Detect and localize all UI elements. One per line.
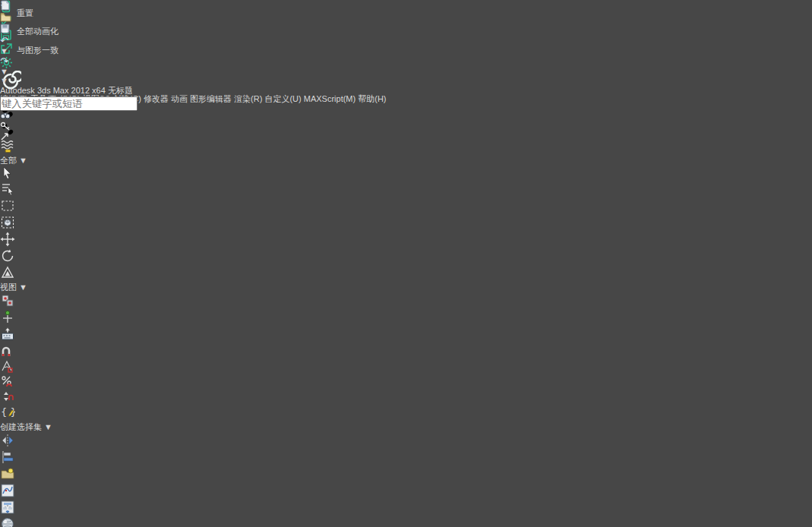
select-and-move-button[interactable] [0, 232, 812, 248]
dropdown-arrow-icon[interactable]: ▼ [44, 422, 52, 431]
subscription-key-icon[interactable] [0, 121, 812, 132]
dropdown-arrow-icon[interactable]: ▼ [19, 282, 27, 292]
redo-dropdown-caret[interactable]: ▼ [0, 67, 812, 76]
layer-manager-button[interactable] [0, 466, 812, 483]
dropdown-arrow-icon[interactable]: ▼ [19, 156, 27, 165]
app-title: Autodesk 3ds Max 2012 x64 [0, 86, 106, 95]
app-window: { "titlebar": { "app_title": "Autodesk 3… [0, 0, 812, 527]
angle-snap-toggle-button[interactable] [0, 359, 812, 374]
title-bar: ↶ ▼ ↷ ▼ ▼ Autodesk 3ds Max 2012 x64 无标题 [0, 0, 812, 14]
undo-dropdown-caret[interactable]: ▼ [0, 46, 812, 55]
mirror-button[interactable] [0, 433, 812, 450]
material-editor-button[interactable] [0, 516, 812, 527]
animate-all-button[interactable]: 全部动画化 [17, 26, 88, 38]
spinner-snap-toggle-button[interactable] [0, 390, 812, 405]
keyboard-shortcut-override-toggle[interactable] [0, 327, 812, 343]
align-button[interactable] [0, 450, 812, 466]
document-title: 无标题 [108, 86, 133, 95]
select-and-rotate-button[interactable] [0, 248, 812, 265]
select-object-button[interactable] [0, 166, 812, 181]
select-and-scale-button[interactable] [0, 265, 812, 282]
quick-access-toolbar: ↶ ▼ ↷ ▼ ▼ [0, 0, 812, 85]
redo-button[interactable]: ↷ [0, 55, 812, 67]
use-pivot-point-button[interactable] [0, 293, 812, 310]
communication-center-icon[interactable] [0, 132, 812, 143]
edit-named-selection-sets-button[interactable]: { } [0, 405, 812, 421]
search-input[interactable] [0, 96, 137, 111]
infocenter-icons [0, 111, 812, 143]
schematic-view-button[interactable] [0, 500, 812, 516]
infocenter-search[interactable] [0, 96, 812, 111]
search-binoculars-icon[interactable] [0, 111, 812, 121]
snaps-toggle-button[interactable]: 3 [0, 343, 812, 359]
open-file-button[interactable] [0, 12, 812, 24]
save-file-button[interactable] [0, 24, 812, 35]
select-by-name-button[interactable] [0, 181, 812, 198]
undo-icon: ↶ [0, 35, 8, 46]
rectangular-selection-region-button[interactable] [0, 198, 812, 215]
redo-icon: ↷ [0, 55, 8, 67]
named-selection-set-dropdown[interactable]: 创建选择集 ▼ [0, 421, 812, 433]
toolbar-options-caret[interactable]: ▼ [0, 76, 812, 85]
main-toolbar: 全部 ▼ 视图 ▼ 3 [0, 105, 812, 527]
selection-filter-dropdown[interactable]: 全部 ▼ [0, 155, 812, 166]
conform-to-shape-button[interactable]: 与图形一致 [17, 45, 88, 57]
undo-button[interactable]: ↶ [0, 35, 812, 46]
select-and-manipulate-button[interactable] [0, 310, 812, 327]
reference-coordinate-dropdown[interactable]: 视图 ▼ [0, 282, 812, 293]
curve-editor-button[interactable] [0, 483, 812, 500]
reset-button[interactable]: 重置 [17, 8, 88, 20]
percent-snap-toggle-button[interactable] [0, 374, 812, 390]
new-scene-button[interactable] [0, 0, 812, 12]
window-crossing-toggle[interactable] [0, 215, 812, 232]
